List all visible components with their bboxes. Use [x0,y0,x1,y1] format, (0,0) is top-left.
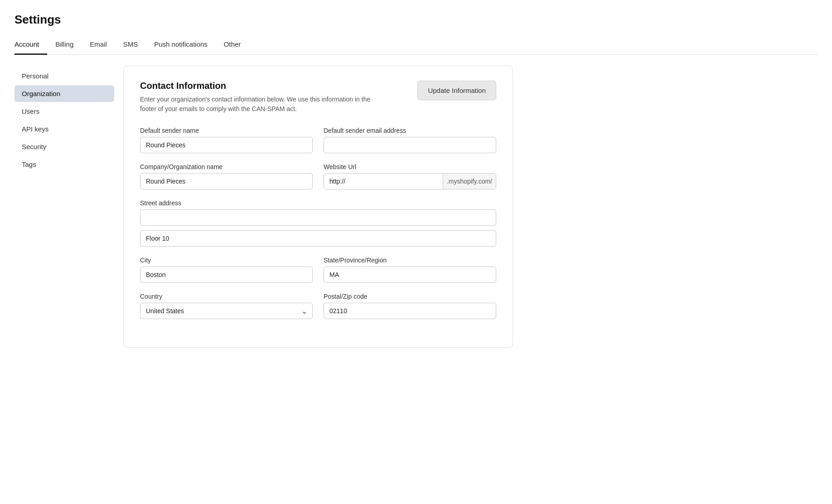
content-area: Contact Information Enter your organizat… [114,66,817,348]
tab-sms[interactable]: SMS [115,36,146,55]
website-url-label: Website Url [324,163,496,170]
sender-name-label: Default sender name [140,127,313,134]
form-row-city-state: City State/Province/Region [140,257,496,283]
sidebar-item-api-keys[interactable]: API keys [15,121,114,137]
form-group-company-name: Company/Organization name [140,163,313,189]
tab-email[interactable]: Email [82,36,115,55]
update-information-button[interactable]: Update Information [417,81,496,100]
form-row-company: Company/Organization name Website Url .m… [140,163,496,189]
sidebar-item-security[interactable]: Security [15,138,114,155]
card-title-section: Contact Information Enter your organizat… [140,81,385,114]
sidebar-item-users[interactable]: Users [15,103,114,120]
website-url-suffix: .myshopify.com/ [443,174,496,189]
sidebar: Personal Organization Users API keys Sec… [15,66,114,348]
page-title: Settings [15,13,817,27]
street-inputs [140,209,496,247]
city-input[interactable] [140,267,313,283]
sidebar-item-tags[interactable]: Tags [15,156,114,173]
sender-email-label: Default sender email address [324,127,496,134]
form-group-sender-email: Default sender email address [324,127,496,153]
postal-label: Postal/Zip code [324,293,496,300]
street-address-label: Street address [140,199,496,207]
form-group-country: Country United States Canada United King… [140,293,313,319]
card-title: Contact Information [140,81,385,91]
card-header: Contact Information Enter your organizat… [140,81,496,114]
state-input[interactable] [324,267,496,283]
street-address-line1-input[interactable] [140,209,496,226]
country-select[interactable]: United States Canada United Kingdom [140,303,313,319]
country-select-wrapper: United States Canada United Kingdom ⌄ [140,303,313,319]
state-label: State/Province/Region [324,257,496,264]
company-name-input[interactable] [140,173,313,189]
sender-name-input[interactable] [140,137,313,153]
tab-other[interactable]: Other [216,36,249,55]
sidebar-item-personal[interactable]: Personal [15,68,114,84]
country-label: Country [140,293,313,300]
contact-information-card: Contact Information Enter your organizat… [123,66,513,348]
website-url-input[interactable] [324,174,443,189]
street-address-line2-input[interactable] [140,230,496,247]
tab-billing[interactable]: Billing [47,36,82,55]
form-group-street: Street address [140,199,496,247]
postal-input[interactable] [324,303,496,319]
form-group-postal: Postal/Zip code [324,293,496,319]
card-description: Enter your organization's contact inform… [140,95,385,114]
form-group-state: State/Province/Region [324,257,496,283]
form-row-street: Street address [140,199,496,247]
sender-email-input[interactable] [324,137,496,153]
form-group-sender-name: Default sender name [140,127,313,153]
tab-push-notifications[interactable]: Push notifications [146,36,216,55]
sidebar-item-organization[interactable]: Organization [15,85,114,102]
top-tabs: Account Billing Email SMS Push notificat… [15,36,817,55]
form-row-sender: Default sender name Default sender email… [140,127,496,153]
form-group-city: City [140,257,313,283]
city-label: City [140,257,313,264]
form-row-country-postal: Country United States Canada United King… [140,293,496,319]
tab-account[interactable]: Account [15,36,47,55]
form-group-website-url: Website Url .myshopify.com/ [324,163,496,189]
company-name-label: Company/Organization name [140,163,313,170]
